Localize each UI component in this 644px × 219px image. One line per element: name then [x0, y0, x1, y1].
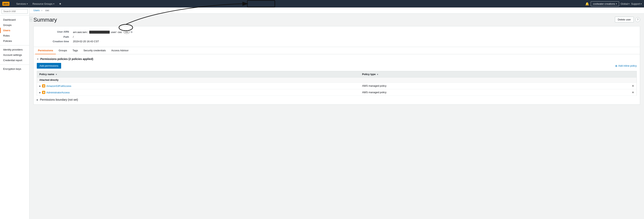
arn-prefix: arn:aws:iam::: [73, 31, 88, 34]
arn-row: User ARN arn:aws:iam:: user/ cwc cwc ⧉: [34, 30, 640, 34]
policy-type-cell-s3: AWS managed policy ✕: [360, 83, 636, 89]
tabs-list: Permissions Groups Tags Security credent…: [34, 47, 640, 54]
sidebar-divider-2: [0, 64, 29, 65]
copy-arn-icon[interactable]: ⧉: [131, 31, 132, 34]
policies-table: Policy name ▾ Policy type ▾: [37, 71, 637, 96]
notifications-bell-icon[interactable]: 🔔: [585, 2, 589, 6]
policy-type-header[interactable]: Policy type ▾: [360, 71, 636, 78]
plus-circle-icon: ⊕: [615, 64, 618, 68]
expand-arrow-icon[interactable]: ▶: [39, 85, 41, 87]
permissions-boundary-title: Permissions boundary (not set): [40, 98, 78, 101]
account-chevron-icon: ▾: [616, 3, 617, 5]
permissions-boundary-section: ▶ Permissions boundary (not set): [37, 98, 637, 101]
global-label: Global: [620, 2, 628, 5]
policy-link-admin[interactable]: AdministratorAccess: [46, 91, 70, 94]
breadcrumb-separator: ›: [42, 9, 42, 12]
sidebar-item-encryption-keys[interactable]: Encryption keys: [0, 66, 29, 72]
resource-groups-chevron-icon: ▾: [53, 3, 54, 5]
policy-icon-s3: 📋: [42, 84, 45, 88]
sidebar-item-roles[interactable]: Roles: [0, 33, 29, 38]
expand-arrow-icon[interactable]: ▶: [39, 92, 41, 94]
table-row: ▶ 📋 AdministratorAccess AWS managed poli…: [37, 89, 637, 96]
services-menu[interactable]: Services ▾: [14, 1, 30, 6]
policy-type-sort-icon: ▾: [377, 73, 378, 76]
sidebar-item-groups[interactable]: Groups: [0, 22, 29, 28]
arn-redacted-account: [89, 31, 110, 34]
creation-time-label: Creation time: [38, 40, 69, 43]
tabs-container: Permissions Groups Tags Security credent…: [34, 47, 640, 104]
support-label: Support: [631, 2, 640, 5]
tab-security-credentials[interactable]: Security credentials: [80, 47, 108, 54]
sidebar-divider-1: [0, 45, 29, 46]
summary-header: Summary Delete user ?: [34, 17, 640, 23]
tab-access-advisor[interactable]: Access Advisor: [108, 47, 131, 54]
tab-content-permissions: ▼ Permissions policies (2 policies appli…: [34, 54, 640, 104]
remove-s3-policy-button[interactable]: ✕: [632, 84, 634, 88]
search-input[interactable]: [2, 9, 28, 14]
breadcrumb: Users › cwc: [30, 8, 644, 14]
user-details-card: User ARN arn:aws:iam:: user/ cwc cwc ⧉ P…: [34, 26, 640, 47]
page-layout: Dashboard Groups Users Roles Policies Id…: [0, 8, 644, 219]
services-label: Services: [16, 2, 26, 5]
attached-directly-label: Attached directly: [37, 78, 637, 83]
global-chevron-icon: ▾: [628, 3, 630, 5]
tab-groups[interactable]: Groups: [56, 47, 70, 54]
policy-link-s3[interactable]: AmazonS3FullAccess: [46, 84, 71, 88]
account-button[interactable]: coolwater-creations ▾: [591, 2, 619, 6]
account-label: coolwater-creations: [593, 2, 615, 5]
add-inline-label: Add inline policy: [618, 64, 637, 67]
table-header-row: Policy name ▾ Policy type ▾: [37, 71, 637, 78]
main-content: Users › cwc Summary Delete user ? User A…: [30, 8, 644, 219]
global-region-button[interactable]: Global ▾: [620, 2, 630, 5]
sidebar: Dashboard Groups Users Roles Policies Id…: [0, 8, 30, 219]
resource-groups-label: Resource Groups: [32, 2, 52, 5]
arn-username: cwc: [118, 31, 122, 34]
support-menu[interactable]: Support ▾: [631, 2, 642, 5]
breadcrumb-current: cwc: [45, 9, 49, 12]
top-nav: aws Services ▾ Resource Groups ▾ ★ 🔔 coo…: [0, 0, 644, 8]
policy-name-sort-icon: ▾: [56, 73, 57, 76]
arn-label: User ARN: [38, 30, 69, 34]
remove-admin-policy-button[interactable]: ✕: [632, 91, 634, 94]
tab-tags[interactable]: Tags: [70, 47, 80, 54]
nav-items: Services ▾ Resource Groups ▾ ★: [14, 1, 585, 6]
help-button[interactable]: ?: [635, 17, 640, 22]
permissions-boundary-header[interactable]: ▶ Permissions boundary (not set): [37, 98, 637, 101]
sidebar-item-users[interactable]: Users: [0, 28, 29, 33]
delete-user-button[interactable]: Delete user: [615, 17, 634, 22]
sidebar-item-dashboard[interactable]: Dashboard: [0, 17, 29, 22]
sidebar-collapse-button[interactable]: ‹: [30, 17, 33, 22]
permissions-section-title: Permissions policies (2 policies applied…: [40, 58, 93, 60]
policy-type-cell-admin: AWS managed policy ✕: [360, 89, 636, 96]
policy-name-header[interactable]: Policy name ▾: [37, 71, 360, 78]
arn-user-path: user/: [111, 31, 116, 34]
arn-username-circle: cwc: [124, 30, 130, 34]
favorites-star[interactable]: ★: [57, 1, 64, 6]
policy-name-cell-admin: ▶ 📋 AdministratorAccess: [37, 89, 360, 96]
resource-groups-menu[interactable]: Resource Groups ▾: [30, 1, 56, 6]
sidebar-nav: Dashboard Groups Users Roles Policies Id…: [0, 16, 29, 73]
add-permissions-button[interactable]: Add permissions: [37, 63, 61, 68]
tab-permissions[interactable]: Permissions: [35, 47, 56, 54]
arn-value: arn:aws:iam:: user/ cwc cwc ⧉: [73, 30, 132, 34]
sidebar-search: [0, 8, 29, 16]
path-label: Path: [38, 36, 69, 38]
aws-logo: aws: [2, 2, 10, 6]
permissions-policies-header: ▼ Permissions policies (2 policies appli…: [37, 58, 637, 60]
table-row: ▶ 📋 AmazonS3FullAccess AWS managed polic…: [37, 83, 637, 89]
policy-name-cell-s3: ▶ 📋 AmazonS3FullAccess: [37, 83, 360, 89]
permissions-collapse-arrow-icon[interactable]: ▼: [37, 58, 39, 60]
aws-logo-box: aws: [2, 2, 10, 6]
attached-directly-row: Attached directly: [37, 78, 637, 83]
sidebar-item-policies[interactable]: Policies: [0, 38, 29, 44]
boundary-collapse-arrow-icon[interactable]: ▶: [37, 99, 38, 101]
sidebar-item-credential-report[interactable]: Credential report: [0, 58, 29, 63]
path-row: Path /: [34, 34, 640, 39]
breadcrumb-users-link[interactable]: Users: [34, 9, 40, 12]
add-inline-policy-link[interactable]: ⊕ Add inline policy: [615, 64, 637, 68]
policy-icon-admin: 📋: [42, 91, 45, 94]
add-permissions-bar: Add permissions ⊕ Add inline policy: [37, 63, 637, 68]
sidebar-item-identity-providers[interactable]: Identity providers: [0, 47, 29, 52]
sidebar-item-account-settings[interactable]: Account settings: [0, 52, 29, 58]
support-chevron-icon: ▾: [641, 3, 642, 5]
